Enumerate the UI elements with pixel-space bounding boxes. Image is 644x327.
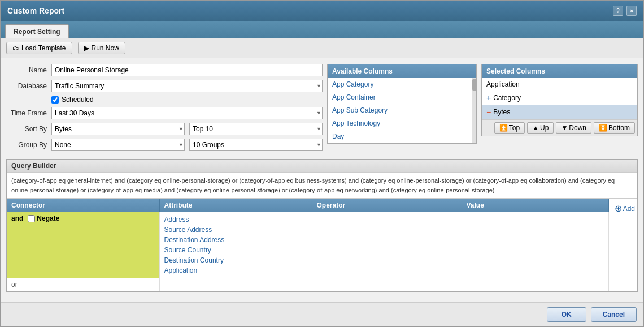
selected-col-bytes[interactable]: − Bytes <box>482 105 637 119</box>
run-icon: ▶ <box>84 44 89 52</box>
sortby-row: Sort By Bytes ▼ Top 10 ▼ <box>6 123 323 135</box>
selected-columns-panel: Selected Columns Application + Category … <box>481 64 638 136</box>
attribute-or-cell <box>159 278 312 291</box>
database-select-wrapper: Traffic Summary ▼ <box>51 80 323 92</box>
operator-cell-and <box>312 212 462 278</box>
down-icon: ▼ <box>561 124 568 132</box>
main-content: Name Database Traffic Summary ▼ Schedule… <box>1 58 643 302</box>
bytes-minus-icon[interactable]: − <box>486 107 491 117</box>
bottom-arrow-icon: ⏬ <box>599 124 607 132</box>
query-row-or: or <box>7 278 609 291</box>
name-label: Name <box>6 66 51 74</box>
col-header-attribute: Attribute <box>159 199 312 212</box>
available-columns-list: App Category App Container App Sub Categ… <box>328 78 472 143</box>
up-icon: ▲ <box>532 124 539 132</box>
template-icon: 🗂 <box>12 44 19 52</box>
col-item-app-sub-category[interactable]: App Sub Category <box>328 104 472 117</box>
selected-columns-header: Selected Columns <box>482 64 637 78</box>
connector-and-content: and Negate <box>11 214 155 222</box>
name-input[interactable] <box>51 64 323 76</box>
col-item-app-technology[interactable]: App Technology <box>328 117 472 130</box>
bottom-button[interactable]: ⏬ Bottom <box>594 122 635 134</box>
groupby-select-wrapper: None ▼ <box>51 139 185 151</box>
selected-columns-list: Application + Category − Bytes <box>482 78 637 119</box>
tab-report-setting[interactable]: Report Setting <box>5 24 69 38</box>
available-cols-scrollbar[interactable] <box>472 78 476 143</box>
category-plus-icon[interactable]: + <box>486 93 491 102</box>
bytes-label: Bytes <box>493 108 510 116</box>
top-button[interactable]: ⏫ Top <box>494 122 525 134</box>
tab-bar: Report Setting <box>1 21 643 38</box>
attr-destination-country[interactable]: Destination Country <box>164 255 307 265</box>
query-builder: Query Builder (category-of-app eq genera… <box>6 159 638 292</box>
category-label: Category <box>493 94 521 102</box>
negate-label: Negate <box>28 214 59 222</box>
help-icon[interactable]: ? <box>613 6 623 16</box>
sortby-dual: Bytes ▼ Top 10 ▼ <box>51 123 323 135</box>
operator-or-cell <box>312 278 462 291</box>
available-columns-panel: Available Columns App Category App Conta… <box>327 64 477 144</box>
col-item-day[interactable]: Day <box>328 130 472 143</box>
timeframe-label: Time Frame <box>6 109 51 117</box>
add-icon: ⊕ <box>615 203 622 214</box>
available-columns-content: App Category App Container App Sub Categ… <box>328 78 476 143</box>
add-button[interactable]: ⊕ Add <box>615 203 635 214</box>
negate-checkbox[interactable] <box>28 215 35 222</box>
connector-and-cell: and Negate <box>7 212 159 278</box>
cancel-button[interactable]: Cancel <box>591 307 637 322</box>
attr-destination-address[interactable]: Destination Address <box>164 235 307 245</box>
attr-source-country[interactable]: Source Country <box>164 245 307 255</box>
scheduled-label: Scheduled <box>62 96 94 104</box>
col-item-app-container[interactable]: App Container <box>328 91 472 104</box>
database-label: Database <box>6 82 51 90</box>
groups-select[interactable]: 10 Groups <box>189 139 323 151</box>
value-cell-and <box>462 212 609 278</box>
query-table: Connector Attribute Operator Value and <box>7 199 609 291</box>
col-item-app-category[interactable]: App Category <box>328 78 472 91</box>
top-arrow-icon: ⏫ <box>499 124 508 132</box>
attr-application[interactable]: Application <box>164 265 307 276</box>
attr-source-address[interactable]: Source Address <box>164 225 307 235</box>
up-button[interactable]: ▲ Up <box>527 122 554 134</box>
value-or-cell <box>462 278 609 291</box>
query-text: (category-of-app eq general-internet) an… <box>7 173 637 199</box>
groupby-label: Group By <box>6 141 51 149</box>
database-select[interactable]: Traffic Summary <box>51 80 323 92</box>
close-icon[interactable]: ✕ <box>626 6 637 16</box>
scheduled-checkbox[interactable] <box>51 96 59 104</box>
attr-address[interactable]: Address <box>164 214 307 225</box>
timeframe-select-wrapper: Last 30 Days ▼ <box>51 107 323 119</box>
ok-button[interactable]: OK <box>547 307 586 322</box>
sortby-select[interactable]: Bytes <box>51 123 185 135</box>
col-header-value: Value <box>462 199 609 212</box>
top-select[interactable]: Top 10 <box>189 123 323 135</box>
negate-text: Negate <box>37 214 59 222</box>
query-row-and: and Negate Address Source Address <box>7 212 609 278</box>
top-select-wrapper: Top 10 ▼ <box>189 123 323 135</box>
available-cols-scroll-thumb <box>472 79 477 91</box>
application-label: Application <box>486 80 520 88</box>
col-header-connector: Connector <box>7 199 159 212</box>
col-actions: ⏫ Top ▲ Up ▼ Down ⏬ Bottom <box>482 119 637 136</box>
add-label: Add <box>623 205 635 213</box>
top-section: Name Database Traffic Summary ▼ Schedule… <box>6 64 638 154</box>
groups-select-wrapper: 10 Groups ▼ <box>189 139 323 151</box>
timeframe-select[interactable]: Last 30 Days <box>51 107 323 119</box>
scheduled-row: Scheduled <box>51 96 323 104</box>
title-bar-icons: ? ✕ <box>613 6 637 16</box>
sortby-label: Sort By <box>6 125 51 133</box>
connector-or-cell: or <box>7 278 159 291</box>
down-button[interactable]: ▼ Down <box>556 122 591 134</box>
query-table-section: Connector Attribute Operator Value and <box>7 199 637 291</box>
selected-col-category[interactable]: + Category <box>482 91 637 105</box>
form-fields: Name Database Traffic Summary ▼ Schedule… <box>6 64 323 154</box>
title-bar: Custom Report ? ✕ <box>1 1 643 21</box>
name-row: Name <box>6 64 323 76</box>
selected-col-application[interactable]: Application <box>482 78 637 91</box>
dialog-title: Custom Report <box>7 6 64 15</box>
groupby-select[interactable]: None <box>51 139 185 151</box>
load-template-button[interactable]: 🗂 Load Template <box>6 42 72 54</box>
sortby-select-wrapper: Bytes ▼ <box>51 123 185 135</box>
run-now-button[interactable]: ▶ Run Now <box>78 42 125 54</box>
col-header-operator: Operator <box>312 199 462 212</box>
